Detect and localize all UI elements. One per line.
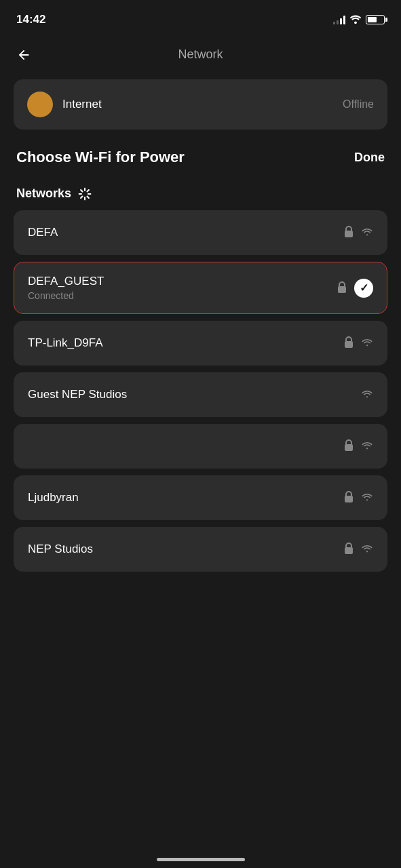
network-name: DEFA_GUEST bbox=[28, 275, 104, 288]
status-icons bbox=[333, 14, 385, 26]
network-icons bbox=[343, 542, 373, 557]
internet-left: Internet bbox=[27, 92, 102, 117]
svg-rect-11 bbox=[345, 547, 353, 554]
svg-point-8 bbox=[366, 448, 368, 449]
lock-icon bbox=[337, 281, 347, 296]
svg-point-10 bbox=[366, 499, 368, 500]
svg-rect-9 bbox=[345, 496, 353, 502]
network-icons bbox=[343, 225, 373, 240]
network-name: DEFA bbox=[28, 226, 58, 239]
network-name: NEP Studios bbox=[28, 542, 93, 556]
network-item-defa-guest[interactable]: DEFA_GUEST Connected ✓ bbox=[14, 262, 387, 314]
internet-card: Internet Offline bbox=[14, 79, 387, 130]
network-item-tplink[interactable]: TP-Link_D9FA bbox=[14, 321, 387, 366]
lock-icon bbox=[343, 542, 354, 557]
back-button[interactable] bbox=[16, 47, 31, 62]
svg-rect-3 bbox=[338, 286, 346, 293]
status-time: 14:42 bbox=[16, 13, 45, 26]
header: Network bbox=[0, 35, 401, 74]
svg-rect-1 bbox=[345, 231, 353, 237]
svg-point-12 bbox=[366, 551, 368, 552]
networks-header: Networks bbox=[0, 172, 401, 210]
network-info: TP-Link_D9FA bbox=[28, 336, 103, 350]
home-indicator bbox=[157, 858, 245, 861]
lock-icon bbox=[343, 439, 354, 454]
choose-wifi-header: Choose Wi-Fi for Power Done bbox=[0, 130, 401, 172]
network-name: TP-Link_D9FA bbox=[28, 336, 103, 350]
network-info: DEFA_GUEST Connected bbox=[28, 275, 104, 301]
network-info: Guest NEP Studios bbox=[28, 388, 127, 401]
wifi-icon bbox=[361, 543, 373, 555]
svg-point-0 bbox=[354, 21, 357, 24]
wifi-icon bbox=[361, 440, 373, 452]
internet-status-dot bbox=[27, 92, 53, 117]
page-title: Network bbox=[178, 47, 223, 62]
network-item-guest-nep[interactable]: Guest NEP Studios bbox=[14, 372, 387, 417]
wifi-icon bbox=[361, 389, 373, 401]
network-item-defa[interactable]: DEFA bbox=[14, 210, 387, 255]
svg-point-2 bbox=[366, 234, 368, 235]
network-icons bbox=[343, 490, 373, 505]
lock-icon bbox=[343, 490, 354, 505]
network-item-nep[interactable]: NEP Studios bbox=[14, 527, 387, 572]
svg-point-6 bbox=[366, 396, 368, 397]
internet-status: Offline bbox=[343, 98, 374, 111]
choose-wifi-title: Choose Wi-Fi for Power bbox=[16, 149, 185, 166]
wifi-icon bbox=[361, 226, 373, 239]
done-button[interactable]: Done bbox=[354, 151, 385, 165]
network-info: Ljudbyran bbox=[28, 491, 79, 505]
internet-label: Internet bbox=[62, 98, 102, 111]
network-info: DEFA bbox=[28, 226, 58, 239]
network-subtitle: Connected bbox=[28, 290, 104, 301]
network-name: Guest NEP Studios bbox=[28, 388, 127, 401]
network-info: NEP Studios bbox=[28, 542, 93, 556]
svg-rect-4 bbox=[345, 341, 353, 348]
connected-check-icon: ✓ bbox=[354, 279, 373, 298]
svg-point-5 bbox=[366, 344, 368, 346]
wifi-status-icon bbox=[349, 14, 362, 26]
network-icons bbox=[343, 439, 373, 454]
networks-label: Networks bbox=[16, 186, 71, 201]
signal-icon bbox=[333, 15, 345, 24]
loading-spinner bbox=[78, 187, 92, 201]
svg-rect-7 bbox=[345, 444, 353, 451]
network-name: Ljudbyran bbox=[28, 491, 79, 505]
network-item-unknown[interactable] bbox=[14, 424, 387, 469]
lock-icon bbox=[343, 336, 354, 351]
status-bar: 14:42 bbox=[0, 0, 401, 35]
network-icons bbox=[343, 336, 373, 351]
wifi-icon bbox=[361, 337, 373, 349]
battery-icon bbox=[366, 15, 385, 24]
network-item-ljudbyran[interactable]: Ljudbyran bbox=[14, 475, 387, 520]
network-icons: ✓ bbox=[337, 279, 373, 298]
lock-icon bbox=[343, 225, 354, 240]
network-list: DEFA DEFA_GUEST Connected bbox=[0, 210, 401, 572]
wifi-icon bbox=[361, 492, 373, 504]
network-icons bbox=[361, 389, 373, 401]
